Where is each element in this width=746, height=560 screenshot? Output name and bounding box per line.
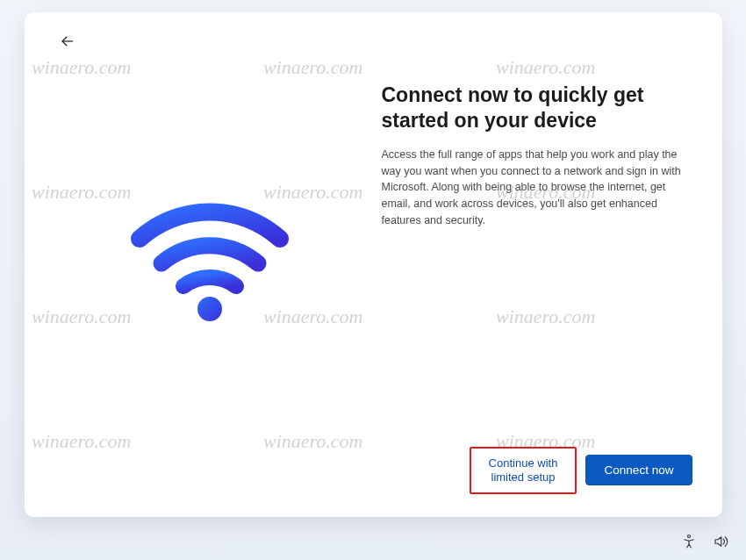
continue-limited-setup-button[interactable]: Continue with limited setup <box>472 449 574 492</box>
speaker-icon <box>713 534 728 553</box>
page-description: Access the full range of apps that help … <box>382 147 690 229</box>
setup-card: Connect now to quickly get started on yo… <box>25 12 722 517</box>
wifi-icon <box>122 167 298 328</box>
back-button[interactable] <box>54 30 81 56</box>
annotation-highlight: Continue with limited setup <box>470 447 577 495</box>
svg-marker-3 <box>715 537 721 547</box>
illustration-pane <box>54 63 366 433</box>
volume-button[interactable] <box>711 534 730 553</box>
action-bar: Continue with limited setup Connect now <box>382 433 693 495</box>
system-tray <box>679 534 730 553</box>
svg-point-1 <box>197 297 222 321</box>
accessibility-button[interactable] <box>679 534 699 553</box>
connect-now-button[interactable]: Connect now <box>585 455 692 485</box>
svg-point-2 <box>688 535 691 538</box>
back-arrow-icon <box>60 33 75 53</box>
accessibility-icon <box>681 534 697 553</box>
page-heading: Connect now to quickly get started on yo… <box>382 83 690 134</box>
content-pane: Connect now to quickly get started on yo… <box>382 63 693 433</box>
